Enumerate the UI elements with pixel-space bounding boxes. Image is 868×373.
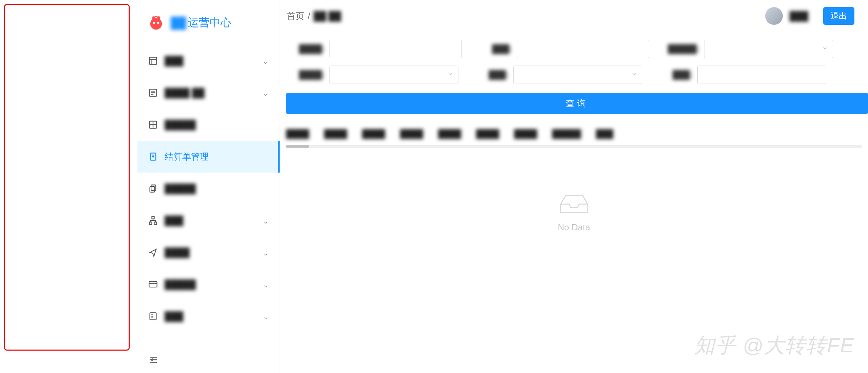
- brand-title-prefix-blur: ██: [171, 17, 186, 29]
- sidebar-item-settlement[interactable]: 结算单管理: [137, 141, 280, 173]
- table-col: ████: [362, 129, 385, 139]
- filter-field-2: ███:: [471, 40, 649, 58]
- chevron-down-icon: [263, 217, 269, 224]
- table-col: ████: [476, 129, 499, 139]
- filter-field-6: ███:: [652, 66, 826, 84]
- sidebar-footer: [137, 346, 280, 373]
- filter-row-2: ████: ███: ███:: [280, 58, 868, 84]
- filter-select-3[interactable]: [704, 40, 833, 58]
- chevron-down-icon: [263, 249, 269, 255]
- filter-label: █████:: [659, 44, 699, 54]
- svg-rect-10: [150, 186, 155, 192]
- sidebar-item-1[interactable]: ████ ██: [137, 77, 280, 109]
- filter-select-5[interactable]: [513, 66, 642, 84]
- filter-input-1[interactable]: [329, 40, 462, 58]
- logout-button[interactable]: 退出: [823, 7, 854, 25]
- svg-rect-11: [152, 216, 154, 219]
- filter-select-4[interactable]: [329, 66, 458, 84]
- watermark: 知乎 @大转转FE: [694, 332, 854, 359]
- receipt-icon: [148, 152, 158, 161]
- sidebar-item-label: ████ ██: [165, 88, 263, 98]
- filter-input-2[interactable]: [517, 40, 649, 58]
- svg-point-1: [153, 22, 155, 24]
- filter-label: ███:: [471, 44, 512, 54]
- sidebar-menu: ███ ████ ██ █████ 结算单管理 █████ ███ ████: [137, 45, 280, 346]
- org-icon: [148, 216, 158, 225]
- copy-icon: [148, 184, 158, 193]
- filter-field-1: ████:: [284, 40, 462, 58]
- brand-title: ██ 运营中心: [171, 15, 231, 30]
- sidebar-item-label: ███: [165, 215, 263, 226]
- sidebar-item-8[interactable]: ███: [137, 300, 280, 332]
- filter-label: ███:: [652, 70, 693, 79]
- filter-label: ███:: [468, 70, 509, 79]
- table-col: ███: [596, 129, 613, 139]
- table-col: █████: [552, 129, 581, 139]
- grid-icon: [148, 120, 158, 129]
- annotation-red-box: [4, 4, 130, 351]
- sidebar: ██ 运营中心 ███ ████ ██ █████ 结算单管理 █████: [137, 0, 280, 373]
- sidebar-item-label: ███: [165, 56, 263, 66]
- breadcrumb-home[interactable]: 首页: [287, 10, 304, 22]
- share-icon: [148, 248, 158, 257]
- main: 首页 / ██ ██ ███ 退出 ████: ███: █████:: [280, 0, 868, 373]
- content: ████: ███: █████: ████:: [280, 32, 868, 373]
- breadcrumb-sep: /: [308, 11, 310, 21]
- sidebar-item-label: █████: [165, 183, 269, 194]
- chevron-down-icon: [263, 90, 269, 96]
- chevron-down-icon: [447, 70, 453, 79]
- topbar: 首页 / ██ ██ ███ 退出: [280, 0, 868, 32]
- empty-text: No Data: [558, 222, 590, 233]
- svg-rect-14: [149, 282, 157, 287]
- brand-title-suffix: 运营中心: [188, 15, 231, 30]
- table-col: ████: [438, 129, 461, 139]
- filter-input-6[interactable]: [697, 66, 826, 84]
- chevron-down-icon: [822, 45, 828, 53]
- collapse-sidebar-icon[interactable]: [148, 355, 158, 365]
- table-col: ████: [324, 129, 347, 139]
- horizontal-scrollbar[interactable]: [286, 145, 862, 148]
- sidebar-item-label: █████: [165, 120, 269, 130]
- svg-rect-13: [154, 222, 157, 225]
- list-icon: [148, 88, 158, 97]
- sidebar-item-6[interactable]: ████: [137, 236, 280, 268]
- sidebar-item-7[interactable]: █████: [137, 268, 280, 300]
- filter-label: ████:: [284, 70, 325, 79]
- chevron-down-icon: [263, 281, 269, 287]
- filter-label: ████:: [284, 44, 325, 54]
- module-icon: [148, 56, 158, 66]
- sidebar-item-label: ████: [165, 247, 263, 258]
- inbox-empty-icon: [557, 189, 591, 216]
- brand-logo-icon: [148, 14, 165, 31]
- query-button[interactable]: 查询: [286, 93, 868, 114]
- sidebar-item-5[interactable]: ███: [137, 205, 280, 236]
- table-col: ████: [514, 129, 537, 139]
- svg-rect-15: [150, 313, 156, 320]
- sidebar-item-label: 结算单管理: [165, 151, 267, 163]
- table-col: ████: [286, 129, 309, 139]
- svg-rect-5: [150, 57, 157, 65]
- card-icon: [148, 280, 158, 289]
- table-header: ████ ████ ████ ████ ████ ████ ████ █████…: [280, 122, 868, 145]
- sidebar-item-0[interactable]: ███: [137, 45, 280, 77]
- filter-field-3: █████:: [659, 40, 833, 58]
- avatar[interactable]: [765, 7, 783, 25]
- brand: ██ 运营中心: [137, 0, 280, 45]
- user-area: ███ 退出: [765, 7, 854, 25]
- chevron-down-icon: [631, 70, 637, 79]
- sidebar-item-2[interactable]: █████: [137, 109, 280, 141]
- table-col: ████: [400, 129, 423, 139]
- chevron-down-icon: [263, 313, 269, 319]
- svg-rect-9: [151, 185, 156, 191]
- filter-field-5: ███:: [468, 66, 642, 84]
- sidebar-item-label: █████: [165, 279, 263, 290]
- svg-rect-12: [150, 222, 152, 225]
- chevron-down-icon: [263, 58, 269, 64]
- breadcrumb-current: ██ ██: [314, 11, 341, 21]
- form-icon: [148, 312, 158, 321]
- svg-point-2: [157, 22, 159, 24]
- filter-row-1: ████: ███: █████:: [280, 32, 868, 58]
- svg-point-0: [150, 18, 162, 30]
- sidebar-item-label: ███: [165, 311, 263, 322]
- sidebar-item-4[interactable]: █████: [137, 173, 280, 205]
